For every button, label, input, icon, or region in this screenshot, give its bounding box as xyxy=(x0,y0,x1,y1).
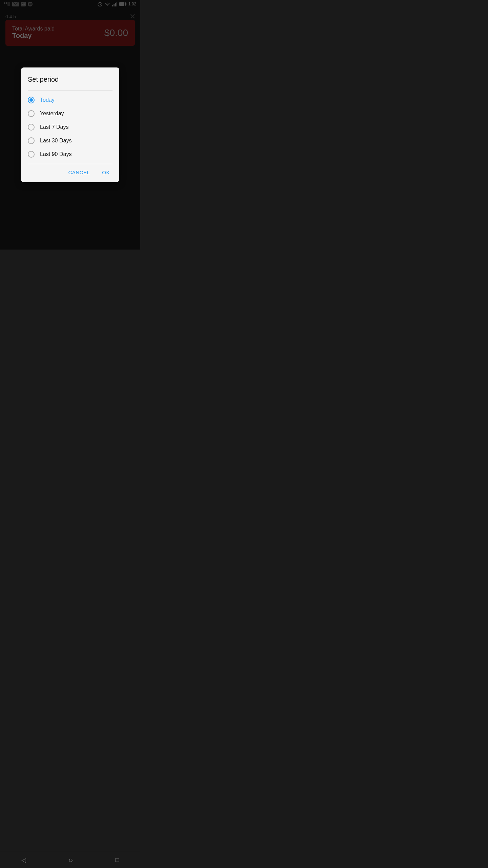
radio-last30 xyxy=(28,137,35,144)
radio-last90 xyxy=(28,151,35,158)
option-last30-label: Last 30 Days xyxy=(40,138,72,144)
page-wrapper: ☎ 1: xyxy=(0,0,140,250)
option-today[interactable]: Today xyxy=(28,93,113,107)
radio-today-inner xyxy=(29,98,33,102)
option-yesterday[interactable]: Yesterday xyxy=(28,107,113,120)
option-last30[interactable]: Last 30 Days xyxy=(28,134,113,147)
radio-yesterday xyxy=(28,110,35,117)
modal-actions: CANCEL OK xyxy=(28,168,113,177)
divider-top xyxy=(28,90,113,91)
option-yesterday-label: Yesterday xyxy=(40,111,64,117)
dialog-title: Set period xyxy=(28,76,113,83)
radio-last7 xyxy=(28,124,35,131)
option-last90-label: Last 90 Days xyxy=(40,151,72,157)
cancel-button[interactable]: CANCEL xyxy=(65,168,93,177)
option-last7-label: Last 7 Days xyxy=(40,124,68,130)
ok-button[interactable]: OK xyxy=(99,168,113,177)
set-period-dialog: Set period Today Yesterday Last 7 Days xyxy=(21,67,119,182)
option-last7[interactable]: Last 7 Days xyxy=(28,120,113,134)
option-today-label: Today xyxy=(40,97,55,103)
option-last90[interactable]: Last 90 Days xyxy=(28,147,113,161)
modal-overlay: Set period Today Yesterday Last 7 Days xyxy=(0,0,140,250)
divider-bottom xyxy=(28,164,113,164)
radio-today xyxy=(28,97,35,103)
